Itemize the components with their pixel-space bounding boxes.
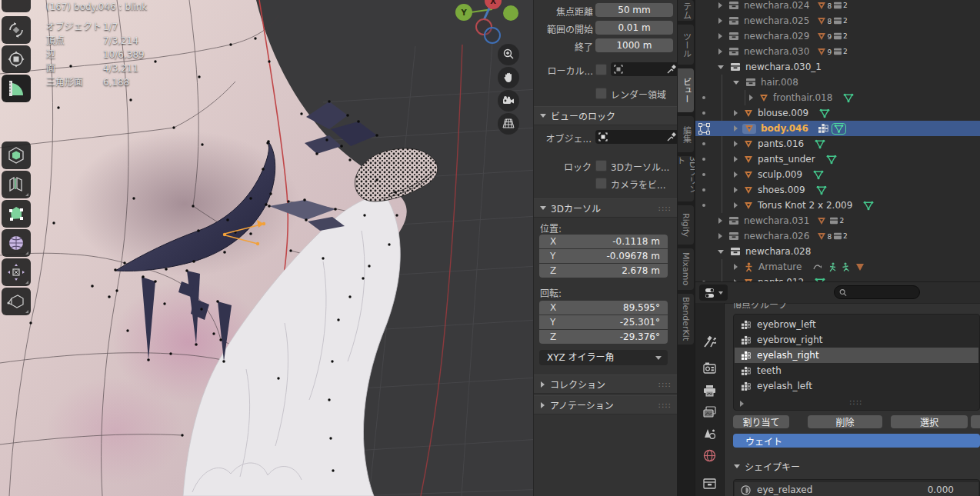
disclosure-arrow[interactable] [734,141,738,147]
tab-blenderkit[interactable]: BlenderKit [678,294,694,345]
bevel-tool-button[interactable] [2,171,31,198]
assign-button[interactable]: 割り当て [733,415,789,428]
search-input[interactable] [850,287,915,298]
measure-tool-button[interactable] [2,75,31,102]
list-expand-arrow[interactable] [740,401,744,407]
viewlayer-properties-tab[interactable] [700,403,718,421]
local-camera-object-field[interactable] [611,62,679,76]
shape-key-row[interactable]: eye_relaxed 0.000 [735,482,978,496]
gizmo-y-axis-ball[interactable]: Y [455,4,472,21]
tab-view[interactable]: ビュー [678,68,694,112]
panel-grip[interactable]: :::: [658,380,672,388]
disclosure-arrow[interactable] [718,218,722,224]
outliner-row[interactable]: sculp.009 [695,167,980,182]
outliner-row[interactable]: newchara.031 2 [695,213,980,228]
disclosure-arrow[interactable] [749,95,753,101]
disclosure-arrow[interactable] [718,250,724,254]
zoom-button[interactable] [498,44,519,65]
eyedropper-icon[interactable] [667,65,676,74]
eyedropper-icon[interactable] [667,132,676,141]
disclosure-arrow[interactable] [734,187,738,193]
annotations-panel-header[interactable]: アノテーション :::: [534,395,678,414]
output-properties-tab[interactable] [700,381,718,400]
weight-slider[interactable]: ウェイト [733,434,980,448]
transform-tool-button[interactable] [2,45,31,73]
rotation-mode-dropdown[interactable]: XYZ オイラー角 [539,350,668,365]
vertex-group-row[interactable]: eyelash_left [735,378,978,394]
tab-item[interactable]: テム [678,0,694,21]
shape-keys-list[interactable]: eye_relaxed 0.000 [733,479,980,496]
disclosure-arrow[interactable] [718,2,722,8]
outliner-row[interactable]: newchara.028 [695,244,980,259]
view-lock-panel-header[interactable]: ビューのロック [534,106,678,125]
disclosure-arrow[interactable] [718,233,722,239]
panel-grip[interactable]: :::: [658,204,672,212]
list-resize-grip[interactable]: :::: [734,398,979,408]
lock-3d-cursor-checkbox[interactable] [595,160,607,171]
outliner-row[interactable]: newchara.026 8 2 [695,228,980,244]
vertex-groups-list[interactable]: eyebrow_left eyebrow_right eyelash_right… [733,314,980,411]
vertex-group-row[interactable]: eyebrow_right [735,332,978,348]
pan-button[interactable] [498,67,519,88]
cursor-loc-y-field[interactable]: Y-0.09678 m [539,249,668,263]
vertex-group-row[interactable]: eyebrow_left [735,317,978,332]
panel-grip[interactable]: :::: [658,401,672,409]
outliner-row[interactable]: pants.012 [695,275,980,281]
camera-to-view-checkbox[interactable] [595,178,607,189]
outliner-row[interactable]: newchara.024 8 2 [695,0,980,13]
vertex-groups-panel-header-clipped[interactable]: 頂点グループ [732,303,787,308]
deselect-button-clipped[interactable] [971,415,980,428]
disclosure-arrow[interactable] [718,33,722,39]
outliner-row[interactable]: hair.008 [695,75,980,90]
outliner-row[interactable]: pants_under [695,151,980,167]
disclosure-arrow[interactable] [718,48,722,55]
camera-view-button[interactable] [498,90,519,112]
clip-end-field[interactable]: 1000 m [595,38,673,52]
scene-properties-tab[interactable] [700,424,718,443]
tool-properties-tab[interactable] [700,332,718,351]
tab-mixamo[interactable]: Mixamo [678,248,694,290]
world-properties-tab[interactable] [700,446,718,464]
properties-search[interactable] [834,285,920,299]
editor-type-dropdown[interactable] [699,285,728,301]
disclosure-arrow[interactable] [734,202,738,208]
local-camera-checkbox[interactable] [595,64,607,75]
disclosure-arrow[interactable] [734,264,738,270]
outliner-row[interactable]: newchara.030 9 2 [695,44,980,59]
outliner-row[interactable]: newchara.030_1 [695,59,980,75]
shrink-fatten-tool-button[interactable] [2,258,31,286]
disclosure-arrow[interactable] [734,156,738,162]
cursor-rot-x-field[interactable]: X89.595° [539,301,668,315]
vertex-group-row-active[interactable]: eyelash_right [735,348,978,363]
disclosure-arrow[interactable] [718,18,722,24]
outliner-row[interactable]: newchara.025 8 2 [695,13,980,28]
outliner-row[interactable]: blouse.009 [695,105,980,121]
focal-length-field[interactable]: 50 mm [595,3,673,17]
gizmo-z-neg-ball[interactable] [484,27,501,44]
inset-faces-tool-button[interactable] [2,141,31,169]
shape-keys-panel-header[interactable]: シェイプキー [728,458,980,474]
outliner-row[interactable]: shoes.009 [695,182,980,198]
cursor-loc-z-field[interactable]: Z2.678 m [539,264,668,278]
outliner-row[interactable]: pants.016 [695,136,980,151]
disclosure-arrow[interactable] [733,81,739,85]
disclosure-arrow[interactable] [734,110,738,116]
render-properties-tab[interactable] [700,358,718,377]
collection-properties-tab[interactable] [700,474,718,493]
clip-start-field[interactable]: 0.01 m [595,21,673,35]
tool-button-partial[interactable] [2,0,31,12]
tab-rigify[interactable]: Rigify [678,205,694,245]
outliner-row[interactable]: Armature [695,259,980,275]
poly-build-tool-button[interactable] [2,200,31,228]
perspective-toggle-button[interactable] [498,113,519,135]
rotate-tool-button[interactable] [2,16,31,44]
remove-button[interactable]: 削除 [808,415,882,428]
disclosure-arrow[interactable] [718,65,724,69]
disclosure-arrow[interactable] [734,171,738,178]
tab-tool[interactable]: ツール [678,25,694,65]
3d-cursor-panel-header[interactable]: 3Dカーソル :::: [534,198,678,218]
tab-3dprint[interactable]: 3Dプリント [678,156,694,201]
disclosure-arrow[interactable] [734,125,738,131]
outliner-row[interactable]: newchara.029 9 2 [695,28,980,44]
cursor-loc-x-field[interactable]: X-0.1118 m [539,235,668,248]
